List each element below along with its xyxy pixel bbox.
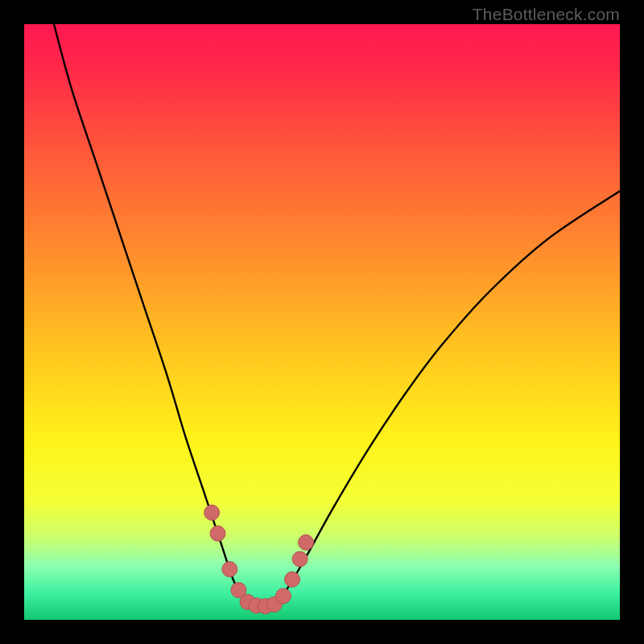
gradient-background [24, 24, 620, 620]
marker-point [285, 572, 300, 587]
marker-point [222, 562, 237, 577]
marker-point [292, 551, 308, 567]
watermark-text: TheBottleneck.com [473, 5, 620, 24]
marker-point [210, 526, 225, 541]
chart-frame: TheBottleneck.com [0, 0, 644, 644]
marker-point [204, 505, 220, 520]
marker-point [275, 588, 291, 604]
chart-svg [24, 24, 620, 620]
plot-area [24, 24, 620, 620]
marker-point [299, 535, 314, 550]
